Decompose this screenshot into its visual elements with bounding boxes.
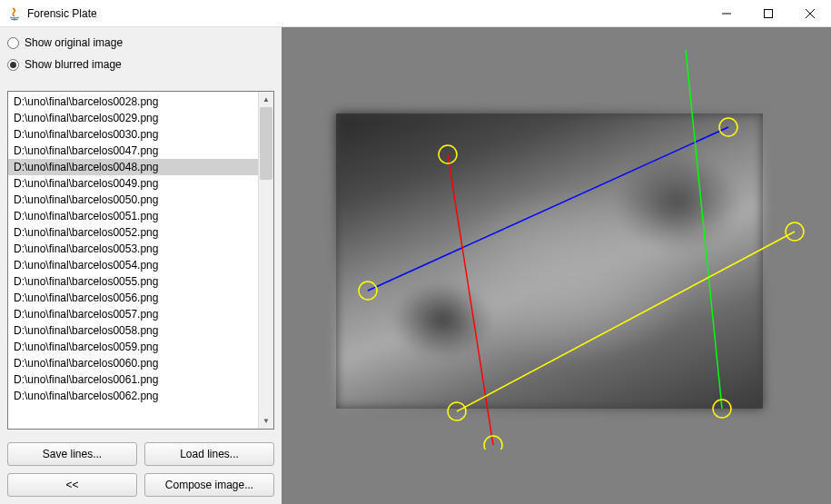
image-viewport — [282, 27, 831, 504]
back-button[interactable]: << — [7, 473, 137, 497]
radio-label: Show original image — [25, 36, 123, 49]
radio-show-original[interactable]: Show original image — [7, 36, 274, 49]
close-button[interactable] — [789, 0, 831, 26]
window-title: Forensic Plate — [27, 7, 706, 20]
list-item[interactable]: D:\uno\final\barcelos0030.png — [8, 126, 258, 143]
radio-label: Show blurred image — [25, 58, 122, 71]
titlebar: Forensic Plate — [0, 0, 831, 27]
list-item[interactable]: D:\uno\final\barcelos0060.png — [8, 355, 258, 371]
list-item[interactable]: D:\uno\final\barcelos0055.png — [8, 273, 258, 290]
list-item[interactable]: D:\uno\final\barcelos0058.png — [8, 322, 258, 339]
radio-icon — [7, 59, 19, 71]
list-item[interactable]: D:\uno\final\barcelos0029.png — [8, 110, 258, 126]
display-mode-radios: Show original image Show blurred image — [7, 36, 274, 80]
file-list-container: D:\uno\final\barcelos0028.pngD:\uno\fina… — [7, 91, 274, 430]
scroll-down-icon[interactable]: ▼ — [259, 413, 273, 429]
list-item[interactable]: D:\uno\final\barcelos0053.png — [8, 241, 258, 257]
list-item[interactable]: D:\uno\final\barcelos0052.png — [8, 224, 258, 241]
list-item[interactable]: D:\uno\final\barcelos0051.png — [8, 208, 258, 224]
list-item[interactable]: D:\uno\final\barcelos0062.png — [8, 388, 258, 404]
radio-icon — [7, 37, 19, 49]
scroll-up-icon[interactable]: ▲ — [259, 92, 273, 107]
image-canvas[interactable] — [336, 114, 763, 409]
svg-rect-1 — [765, 9, 773, 17]
list-item[interactable]: D:\uno\final\barcelos0059.png — [8, 339, 258, 355]
button-grid: Save lines... Load lines... << Compose i… — [7, 442, 274, 497]
scrollbar[interactable]: ▲ ▼ — [258, 92, 273, 429]
list-item[interactable]: D:\uno\final\barcelos0047.png — [8, 143, 258, 159]
maximize-button[interactable] — [747, 0, 789, 26]
list-item[interactable]: D:\uno\final\barcelos0054.png — [8, 257, 258, 273]
list-item[interactable]: D:\uno\final\barcelos0049.png — [8, 175, 258, 192]
java-icon — [7, 6, 22, 21]
minimize-button[interactable] — [706, 0, 747, 26]
left-panel: Show original image Show blurred image D… — [0, 27, 282, 504]
list-item[interactable]: D:\uno\final\barcelos0061.png — [8, 371, 258, 388]
file-list[interactable]: D:\uno\final\barcelos0028.pngD:\uno\fina… — [8, 92, 258, 429]
blurred-image — [336, 114, 763, 409]
scrollbar-thumb[interactable] — [260, 107, 272, 180]
list-item[interactable]: D:\uno\final\barcelos0056.png — [8, 290, 258, 306]
list-item[interactable]: D:\uno\final\barcelos0048.png — [8, 159, 258, 175]
window-controls — [706, 0, 831, 26]
load-lines-button[interactable]: Load lines... — [144, 442, 274, 466]
list-item[interactable]: D:\uno\final\barcelos0050.png — [8, 192, 258, 208]
save-lines-button[interactable]: Save lines... — [7, 442, 137, 466]
list-item[interactable]: D:\uno\final\barcelos0057.png — [8, 306, 258, 322]
radio-show-blurred[interactable]: Show blurred image — [7, 58, 274, 71]
compose-image-button[interactable]: Compose image... — [144, 473, 274, 497]
list-item[interactable]: D:\uno\final\barcelos0028.png — [8, 94, 258, 110]
